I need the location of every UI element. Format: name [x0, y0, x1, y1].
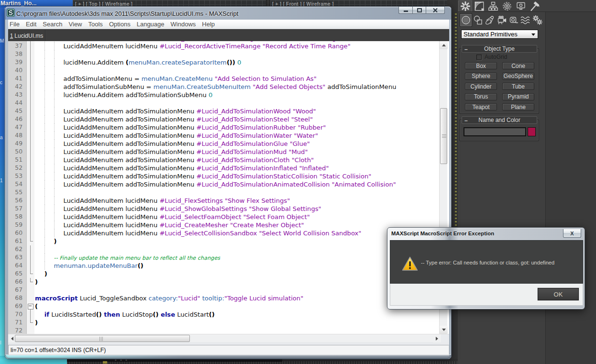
button-geosphere[interactable]: GeoSphere [502, 73, 534, 80]
category-lights[interactable] [484, 14, 496, 26]
tab-lucidui[interactable]: 1 LucidUI.ms [8, 30, 45, 42]
code-line[interactable]: LucidAddMenuItem addToSimulationMenu #Lu… [34, 140, 439, 148]
thumb-grip [99, 337, 103, 341]
category-helpers[interactable] [508, 14, 519, 26]
code-line[interactable] [34, 327, 439, 334]
maximize-button[interactable] [412, 7, 426, 14]
code-line[interactable]: LucidAddMenuItem addToSimulationMenu #Lu… [34, 132, 439, 140]
close-button[interactable] [426, 7, 445, 14]
code-line[interactable] [34, 66, 439, 75]
ok-button[interactable]: OK [538, 288, 579, 300]
category-systems[interactable] [532, 14, 543, 26]
minimize-button[interactable] [398, 7, 412, 14]
code-line[interactable]: addToSimulationMenu = menuMan.CreateMenu… [34, 75, 439, 83]
code-line[interactable]: LucidAddMenuItem addToSimulationMenu #Lu… [34, 148, 439, 156]
code-line[interactable]: LucidAddMenuItem addToSimulationMenu #Lu… [34, 123, 439, 132]
object-name-input[interactable] [464, 127, 526, 136]
code-line[interactable]: LucidAddMenuItem addToSimulationMenu #Lu… [34, 164, 439, 172]
line-number: 37 [8, 42, 27, 50]
code-line[interactable]: ) [34, 278, 439, 286]
code-line[interactable]: ) [34, 319, 439, 327]
code-line[interactable]: LucidAddMenuItem addToSimulationMenu #Lu… [34, 115, 439, 123]
fold-margin-line [27, 50, 34, 58]
code-line[interactable]: ) [34, 270, 439, 278]
scroll-down-button[interactable] [440, 326, 448, 334]
rollout-object-type[interactable]: – Object Type [462, 45, 537, 53]
category-geometry[interactable] [460, 14, 472, 26]
menu-edit[interactable]: Edit [22, 21, 39, 28]
dialog-close-button[interactable]: X [563, 229, 581, 238]
code-line[interactable]: LucidAddMenuItem lucidMenu #Lucid_FlexSe… [34, 197, 439, 205]
category-cameras[interactable] [496, 14, 508, 26]
scroll-up-button[interactable] [440, 41, 448, 49]
code-editor[interactable]: 3637383940414243444546474849505152535455… [8, 41, 449, 334]
tab-utilities[interactable] [528, 0, 541, 11]
code-line[interactable] [34, 245, 439, 254]
code-line[interactable]: ( [34, 302, 439, 310]
line-number: 51 [8, 156, 27, 164]
code-line[interactable]: LucidAddMenuItem lucidMenu #Lucid_Record… [34, 42, 439, 50]
primitives-dropdown[interactable]: Standard Primitives [461, 30, 538, 39]
tab-display[interactable] [514, 0, 528, 11]
object-color-swatch[interactable] [528, 127, 536, 136]
token-id: LucidAddMenuItem addToSimulationMenu [63, 124, 196, 131]
code-line[interactable]: lucidMenu.Additem addToSimulationSubMenu… [34, 91, 439, 99]
code-line[interactable]: LucidAddMenuItem lucidMenu #Lucid_ShowGl… [34, 205, 439, 213]
code-line[interactable] [34, 50, 439, 58]
code-text-area[interactable]: LucidAddMenuItem lucidMenu #Lucid_Record… [34, 41, 439, 334]
button-tube[interactable]: Tube [502, 83, 534, 90]
menu-view[interactable]: View [66, 21, 85, 28]
tab-modify[interactable] [472, 0, 486, 11]
tab-create[interactable] [458, 0, 472, 11]
button-box[interactable]: Box [465, 62, 497, 69]
menu-help[interactable]: Help [199, 21, 218, 28]
fold-collapse-marker[interactable] [27, 302, 34, 310]
button-plane[interactable]: Plane [502, 103, 534, 110]
menu-options[interactable]: Options [106, 21, 133, 28]
button-cone[interactable]: Cone [502, 62, 534, 69]
code-line[interactable]: LucidAddMenuItem addToSimulationMenu #Lu… [34, 107, 439, 115]
code-line[interactable]: -- Finally update the main menu bar to r… [34, 254, 439, 262]
tab-motion[interactable] [500, 0, 514, 11]
category-shapes[interactable] [472, 14, 484, 26]
button-teapot[interactable]: Teapot [465, 103, 497, 110]
code-line[interactable]: LucidAddMenuItem lucidMenu #Lucid_Select… [34, 213, 439, 221]
horizontal-scroll-thumb[interactable] [15, 335, 190, 342]
button-pyramid[interactable]: Pyramid [502, 93, 534, 100]
code-line[interactable]: LucidAddMenuItem addToSimulationMenu #Lu… [34, 156, 439, 164]
code-line[interactable]: ) [34, 237, 439, 245]
scroll-down-icon [442, 329, 446, 331]
code-line[interactable] [34, 188, 439, 197]
code-line[interactable]: LucidAddMenuItem lucidMenu #Lucid_Select… [34, 229, 439, 237]
code-line[interactable]: if LucidIsStarted() then LucidStop() els… [34, 310, 439, 319]
code-line[interactable]: lucidMenu.Additem (menuMan.createSeparat… [34, 58, 439, 66]
menu-tools[interactable]: Tools [85, 21, 106, 28]
scroll-right-button[interactable] [433, 334, 441, 342]
fold-margin[interactable] [27, 41, 34, 334]
code-line[interactable]: addToSimulationSubMenu = menuMan.CreateS… [34, 83, 439, 91]
code-line[interactable]: LucidAddMenuItem addToSimulationMenu #Lu… [34, 180, 439, 188]
menu-file[interactable]: File [8, 21, 22, 28]
code-line[interactable] [34, 99, 439, 107]
fold-margin-line [27, 107, 34, 115]
fold-margin-line [27, 254, 34, 262]
scroll-left-icon [11, 337, 13, 341]
button-cylinder[interactable]: Cylinder [465, 83, 497, 90]
button-torus[interactable]: Torus [465, 93, 497, 100]
code-line[interactable]: LucidAddMenuItem addToSimulationMenu #Lu… [34, 172, 439, 180]
autogrid-checkbox[interactable] [476, 55, 482, 60]
menu-windows[interactable]: Windows [167, 21, 199, 28]
code-line[interactable]: menuman.updateMenuBar() [34, 262, 439, 270]
code-line[interactable]: LucidAddMenuItem lucidMenu #Lucid_Create… [34, 221, 439, 229]
menu-search[interactable]: Search [40, 21, 66, 28]
tab-hierarchy[interactable] [486, 0, 500, 11]
screenshot-3dsmax: Martins_Ho... [ + ] [ Top ] [ Wireframe … [0, 0, 596, 364]
category-space-warps[interactable] [520, 14, 531, 26]
code-line[interactable] [34, 286, 439, 294]
button-sphere[interactable]: Sphere [465, 73, 497, 80]
horizontal-scrollbar[interactable] [8, 334, 449, 342]
menu-language[interactable]: Language [133, 21, 167, 28]
rollout-name-color[interactable]: – Name and Color [462, 116, 537, 124]
code-line[interactable]: macroScript Lucid_ToggleSandbox category… [34, 294, 439, 302]
vertical-scroll-thumb[interactable] [440, 108, 447, 164]
